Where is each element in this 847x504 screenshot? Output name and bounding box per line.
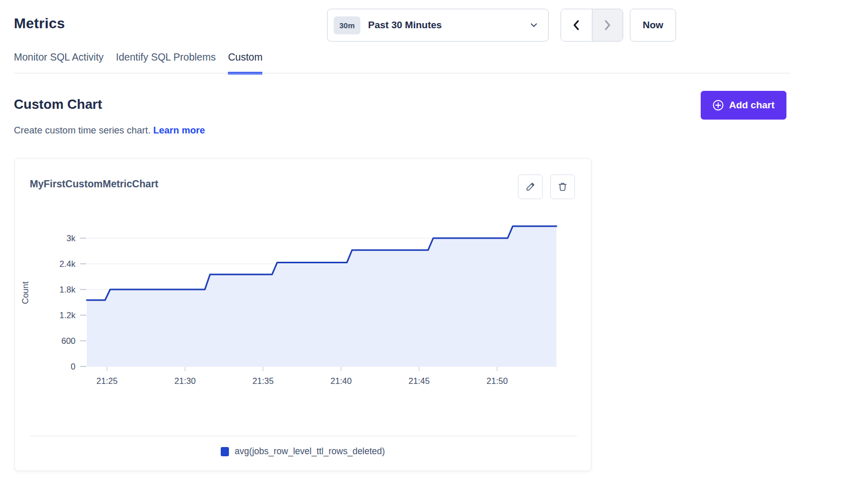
add-chart-button[interactable]: Add chart [701,91,786,120]
x-tick-label: 21:50 [474,375,520,386]
chart-plot-area: Count 06001.2k1.8k2.4k3k21:2521:3021:352… [15,159,591,471]
y-tick-label: 600 [61,335,75,346]
add-chart-label: Add chart [729,100,775,111]
tab-identify-sql-problems[interactable]: Identify SQL Problems [116,51,216,74]
tabs-divider [14,73,791,73]
chevron-down-icon [530,21,538,29]
y-tick-label: 3k [67,232,75,244]
time-range-dropdown[interactable]: 30m Past 30 Minutes [327,9,549,42]
x-tick-label: 21:30 [162,375,208,386]
x-tick-label: 21:45 [396,375,442,386]
page-title: Metrics [14,15,65,32]
next-interval-button[interactable] [592,9,623,41]
chevron-left-icon [571,20,582,31]
time-range-badge: 30m [334,16,360,34]
card-divider [30,436,577,436]
y-tick-label: 1.8k [60,284,75,295]
legend-swatch [221,447,229,456]
now-button[interactable]: Now [630,9,676,42]
section-heading: Custom Chart [14,96,102,112]
y-tick-label: 2.4k [60,258,75,269]
custom-metric-chart-card: MyFirstCustomMetricChart Count 06001.2k1… [14,158,591,471]
y-tick-label: 0 [71,361,75,372]
tab-monitor-sql-activity[interactable]: Monitor SQL Activity [14,51,104,74]
x-tick-label: 21:40 [318,375,364,386]
previous-interval-button[interactable] [561,9,592,41]
metrics-tabs: Monitor SQL Activity Identify SQL Proble… [14,51,262,74]
metrics-page: Metrics 30m Past 30 Minutes Now Monitor … [0,0,847,504]
chart-legend: avg(jobs_row_level_ttl_rows_deleted) [15,446,591,457]
legend-label: avg(jobs_row_level_ttl_rows_deleted) [235,446,385,457]
section-description: Create custom time series chart. Learn m… [14,125,205,136]
x-tick-label: 21:35 [240,375,286,386]
learn-more-link[interactable]: Learn more [153,125,205,135]
tab-custom[interactable]: Custom [228,51,262,74]
chevron-right-icon [602,20,612,31]
description-text: Create custom time series chart. [14,125,150,135]
timeseries-chart[interactable] [78,219,563,373]
time-range-label: Past 30 Minutes [368,20,530,31]
y-axis-title: Count [15,219,35,366]
x-tick-label: 21:25 [84,375,130,386]
plus-circle-icon [713,100,724,111]
time-step-controls [561,9,623,42]
y-tick-label: 1.2k [60,309,75,321]
